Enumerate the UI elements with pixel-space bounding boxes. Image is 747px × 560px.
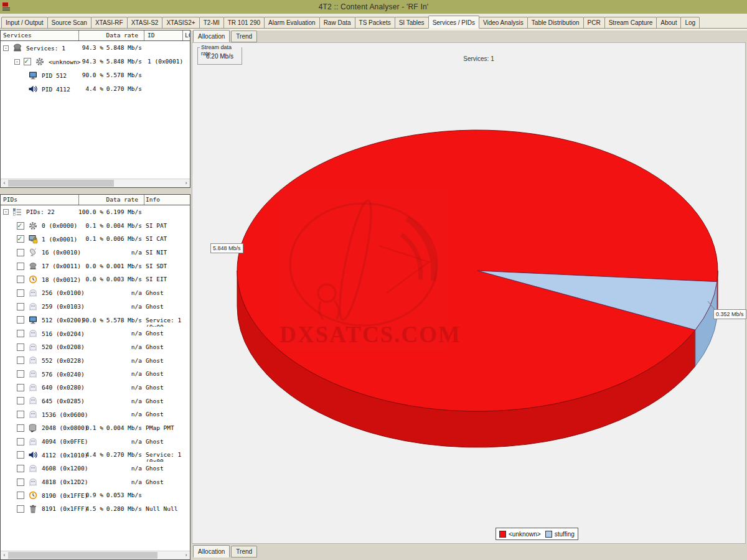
tab-allocation[interactable]: Allocation [193,30,230,42]
row-label: 259 (0x0103) [42,303,85,310]
scrollbar-thumb[interactable] [8,180,114,187]
tab-trend[interactable]: Trend [231,546,257,558]
row-checkbox[interactable] [17,492,24,499]
row-checkbox[interactable] [17,303,24,310]
tree-expander-icon[interactable]: - [14,59,20,65]
tab-ts-packets[interactable]: TS Packets [355,17,395,29]
table-row[interactable]: -Services: 194.3 %5.848 Mb/s [1,41,190,55]
row-checkbox[interactable] [17,424,24,432]
tab-about[interactable]: About [656,17,681,29]
table-row[interactable]: ✓0 (0x0000)0.1 %0.004 Mb/sSI PAT [1,219,190,233]
tab-xtasi-s2[interactable]: XTASI-S2 [127,17,163,29]
row-checkbox[interactable] [17,330,24,337]
row-checkbox[interactable]: ✓ [17,235,24,243]
tab-si-tables[interactable]: SI Tables [395,17,429,29]
table-row[interactable]: 516 (0x0204)n/aGhost [1,327,190,340]
table-row[interactable]: 1536 (0x0600)n/aGhost [1,408,190,421]
row-checkbox[interactable] [17,438,24,446]
row-info: SI EIT [146,276,167,282]
table-row[interactable]: 576 (0x0240)n/aGhost [1,367,190,381]
tab-t2-mi[interactable]: T2-MI [199,17,224,29]
table-row[interactable]: PID 51290.0 %5.578 Mb/s [1,68,190,82]
table-row[interactable]: 552 (0x0228)n/aGhost [1,354,190,368]
table-row[interactable]: 8191 (0x1FFF)4.5 %0.280 Mb/sNull Null [1,502,190,516]
tab-pcr[interactable]: PCR [583,17,605,29]
row-checkbox[interactable] [17,397,24,404]
column-divider[interactable] [144,195,144,205]
row-checkbox[interactable] [17,276,24,283]
tab-allocation[interactable]: Allocation [193,545,230,558]
scroll-left-icon[interactable]: ‹ [1,551,8,559]
tree-expander-icon[interactable]: - [3,209,9,215]
table-row[interactable]: 512 (0x0200)90.0 %5.578 Mb/sService: 1 (… [1,314,190,327]
row-checkbox[interactable] [17,411,24,418]
tab-alarm-evaluation[interactable]: Alarm Evaluation [264,17,320,29]
column-divider[interactable] [78,195,79,205]
services-hscrollbar[interactable]: ‹ › [1,179,190,187]
tab-xtasi-rf[interactable]: XTASI-RF [91,17,128,29]
tab-log[interactable]: Log [680,17,700,29]
row-percent: 4.4 % [85,85,103,92]
row-checkbox[interactable] [17,249,24,256]
row-label: 0 (0x0000) [42,222,77,229]
table-row[interactable]: 4094 (0x0FFE)n/aGhost [1,435,190,449]
tab-table-distribution[interactable]: Table Distribution [527,17,584,29]
tab-video-analysis[interactable]: Video Analysis [479,17,528,29]
table-row[interactable]: 8190 (0x1FFE)0.9 %0.053 Mb/s [1,488,190,502]
tab-stream-capture[interactable]: Stream Capture [604,17,657,29]
row-checkbox[interactable] [17,505,24,513]
column-divider[interactable] [144,30,144,40]
table-row[interactable]: 640 (0x0280)n/aGhost [1,381,190,394]
row-checkbox[interactable] [17,357,24,364]
table-row[interactable]: 645 (0x0285)n/aGhost [1,394,190,408]
row-checkbox[interactable] [17,343,24,351]
tree-expander-icon[interactable]: - [3,45,9,51]
table-row[interactable]: 4112 (0x1010)4.4 %0.270 Mb/sService: 1 (… [1,448,190,462]
row-checkbox[interactable] [17,384,24,391]
tab-input-output[interactable]: Input / Output [1,17,48,29]
table-row[interactable]: 520 (0x0208)n/aGhost [1,340,190,354]
table-row[interactable]: 17 (0x0011)0.0 %0.001 Mb/sSI SDT [1,259,190,273]
row-percent: 4.5 % [85,505,103,512]
table-row[interactable]: PID 41124.4 %0.270 Mb/s [1,82,190,96]
table-row[interactable]: 16 (0x0010)n/aSI NIT [1,246,190,259]
table-row[interactable]: 18 (0x0012)0.0 %0.003 Mb/sSI EIT [1,273,190,286]
tab-raw-data[interactable]: Raw Data [319,17,355,29]
row-checkbox[interactable] [17,451,24,459]
row-checkbox[interactable] [17,316,24,324]
row-label: 4094 (0x0FFE) [42,438,88,445]
row-checkbox[interactable]: ✓ [17,222,24,230]
row-checkbox[interactable] [17,465,24,472]
table-row[interactable]: 259 (0x0103)n/aGhost [1,300,190,314]
scroll-right-icon[interactable]: › [182,551,190,559]
table-row[interactable]: -✓<unknown>94.3 %5.848 Mb/s1 (0x0001) [1,55,190,68]
row-checkbox[interactable] [17,289,24,297]
row-rate: 5.848 Mb/s [106,58,142,65]
row-rate: 0.006 Mb/s [106,235,142,242]
row-checkbox[interactable]: ✓ [24,58,31,65]
table-row[interactable]: ✓1 (0x0001)0.1 %0.006 Mb/sSI CAT [1,232,190,246]
tab-source-scan[interactable]: Source Scan [47,17,92,29]
tab-tr-101-290[interactable]: TR 101 290 [223,17,265,29]
scroll-left-icon[interactable]: ‹ [1,179,8,187]
tab-xtasis2[interactable]: XTASIS2+ [162,17,199,29]
tab-services-pids[interactable]: Services / PIDs [428,16,479,29]
row-label: 512 (0x0200) [42,317,85,324]
row-checkbox[interactable] [17,478,24,486]
table-row[interactable]: 4608 (0x1200)n/aGhost [1,462,190,475]
table-row[interactable]: 4818 (0x12D2)n/aGhost [1,475,190,489]
scrollbar-thumb[interactable] [8,552,157,559]
services-rows: -Services: 194.3 %5.848 Mb/s-✓<unknown>9… [1,41,190,96]
scroll-right-icon[interactable]: › [182,179,190,187]
table-row[interactable]: 2048 (0x0800)0.1 %0.004 Mb/sPMap PMT [1,421,190,435]
row-checkbox[interactable] [17,370,24,378]
table-row[interactable]: -PIDs: 22100.0 %6.199 Mb/s [1,205,190,219]
pids-hscrollbar[interactable]: ‹ › [1,551,190,559]
pids-rows: -PIDs: 22100.0 %6.199 Mb/s✓0 (0x0000)0.1… [1,205,190,516]
column-divider[interactable] [78,30,79,40]
tab-trend[interactable]: Trend [231,30,257,42]
ghost-icon [28,464,38,474]
table-row[interactable]: 256 (0x0100)n/aGhost [1,286,190,300]
row-checkbox[interactable] [17,263,24,270]
column-divider[interactable] [182,30,183,40]
